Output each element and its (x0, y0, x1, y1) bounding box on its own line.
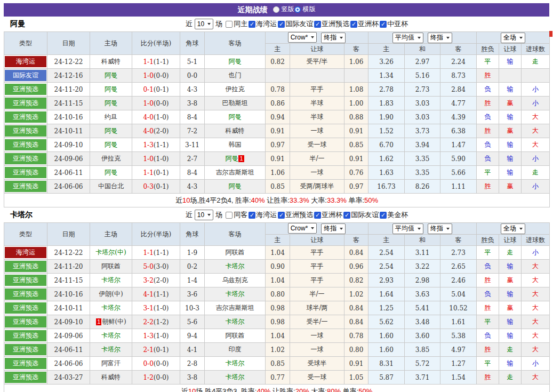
result-wdl-cell-value: 负 (485, 332, 491, 339)
match-row: 亚洲预选24-06-06中国台北0-3(0-1)4-3阿曼0.85受两/两球半0… (4, 180, 550, 194)
corner-cell: 1-9 (180, 246, 205, 260)
odds-home-cell: 0.98 (266, 301, 290, 315)
away-team-name: 阿曼 (229, 113, 242, 121)
result-wdl-cell-value: 胜 (485, 276, 491, 284)
competition-label[interactable]: 亚洲预选 (322, 19, 349, 29)
odds-home-cell: 0.82 (266, 55, 290, 69)
average-stage-select[interactable]: 终指 (428, 223, 452, 234)
layout-radio-horizontal[interactable]: 横版 (294, 5, 316, 14)
score-cell: 1-0(0-0) (132, 97, 180, 110)
avg-home-cell: 1.83 (368, 97, 405, 110)
competition-label[interactable]: 美金杯 (387, 210, 408, 220)
same-venue-checkbox[interactable] (226, 212, 233, 219)
home-team-cell: 卡塔尔 (90, 274, 132, 287)
avg-draw-cell: 3.73 (405, 124, 440, 138)
competition-label[interactable]: 亚洲杯 (322, 210, 342, 220)
competition-checkbox[interactable]: ✓ (314, 212, 321, 219)
layout-radio-group: 竖版横版 (273, 5, 316, 15)
avg-away-cell: 10.52 (440, 301, 477, 315)
scope-select-group: 全场 (477, 32, 550, 44)
average-select[interactable]: 平均值 (392, 33, 423, 43)
competition-label[interactable]: 亚洲预选 (285, 210, 313, 220)
competition-label[interactable]: 海湾运 (256, 210, 277, 220)
competition-cell: 亚洲预选 (4, 315, 47, 329)
competition-label[interactable]: 海湾运 (256, 19, 277, 29)
away-team-name: 乌兹别克 (222, 276, 248, 284)
page: 近期战绩 竖版横版 阿曼近10场同主✓海湾运✓国际友谊✓亚洲预选✓亚洲杯✓中亚杯… (4, 3, 549, 392)
away-team-name: 阿联酋 (226, 249, 245, 256)
result-goals-cell-value: 小 (532, 182, 539, 190)
avg-away-cell: 1.27 (440, 357, 477, 371)
match-row: 亚洲预选24-09-06卡塔尔1-3(1-0)9-4阿联酋1.04一球0.781… (4, 329, 550, 343)
recent-count-select[interactable]: 10 (195, 210, 213, 220)
competition-label[interactable]: 国际友谊 (351, 210, 379, 220)
competition-label[interactable]: 亚洲杯 (358, 19, 379, 29)
result-handicap-cell-value: 输 (507, 332, 514, 339)
sub-column-header: 主 (266, 44, 290, 55)
result-wdl-cell-value: 平 (485, 249, 491, 256)
match-row: 国际友谊24-12-16阿曼1-0(0-0)0-0也门1.345.168.73胜 (4, 69, 550, 83)
scope-select[interactable]: 全场 (501, 223, 525, 234)
avg-draw-cell: 3.03 (405, 110, 440, 124)
match-row: 亚洲预选24-09-10阿曼1-3(1-1)3-11韩国0.97受一球0.856… (4, 138, 550, 152)
same-venue-label[interactable]: 同客 (234, 210, 247, 220)
competition-label[interactable]: 中亚杯 (387, 19, 408, 29)
competition-checkbox[interactable]: ✓ (249, 21, 255, 28)
scroll-mark[interactable] (549, 31, 552, 37)
result-handicap-cell: 输 (499, 138, 522, 152)
corner-cell: 2-7 (180, 152, 205, 166)
home-team-cell: 阿曼 (90, 97, 132, 110)
match-row: 亚洲预选24-11-15卡塔尔3-2(2-0)1-4乌兹别克1.04平手0.82… (4, 274, 550, 287)
competition-checkbox[interactable]: ✓ (380, 212, 387, 219)
avg-away-cell: 5.90 (440, 152, 477, 166)
result-wdl-cell-value: 胜 (485, 182, 491, 190)
corner-cell: 0-0 (180, 69, 205, 83)
avg-draw-cell: 3.22 (405, 260, 440, 274)
home-team-cell: 阿曼 (90, 124, 132, 138)
results-table: 类型日期主场比分(半场)角球客场Crow*终指平均值终指全场主让球客主和客胜负让… (4, 222, 550, 392)
odds-stage-select[interactable]: 终指 (321, 33, 346, 43)
average-select-value: 平均值 (395, 224, 414, 233)
bookmaker-select-arrow-icon (311, 227, 314, 229)
result-handicap-cell-value: 输 (507, 141, 514, 148)
result-handicap-cell: 输 (499, 166, 522, 180)
avg-home-cell: 5.62 (368, 315, 405, 329)
home-team-name: 中国台北 (98, 182, 124, 190)
result-handicap-cell (499, 69, 522, 83)
away-team-cell: 印度 (205, 343, 266, 357)
summary-segment: 33.3% (327, 196, 347, 204)
date-cell: 24-11-15 (47, 97, 90, 110)
competition-checkbox[interactable]: ✓ (380, 21, 387, 28)
avg-draw-cell: 3.03 (405, 97, 440, 110)
scope-select[interactable]: 全场 (501, 33, 525, 43)
odds-stage-select[interactable]: 终指 (321, 223, 346, 234)
score-cell: 1-3(1-1) (132, 138, 180, 152)
match-row: 亚洲预选24-10-16约旦4-0(1-0)8-4阿曼0.94半球0.881.9… (4, 110, 550, 124)
bookmaker-select[interactable]: Crow* (288, 32, 317, 43)
competition-checkbox[interactable]: ✓ (278, 212, 285, 219)
average-select[interactable]: 平均值 (392, 223, 423, 234)
result-goals-cell-value: 大 (532, 276, 539, 284)
competition-label[interactable]: 国际友谊 (285, 19, 313, 29)
score-cell: 4-0(1-0) (132, 110, 180, 124)
layout-radio-vertical[interactable]: 竖版 (273, 5, 294, 14)
result-handicap-cell: 输 (499, 55, 522, 69)
odds-away-cell: 0.91 (344, 357, 368, 371)
average-stage-select[interactable]: 终指 (428, 33, 452, 43)
same-venue-label[interactable]: 同主 (234, 19, 247, 29)
competition-checkbox[interactable]: ✓ (343, 212, 350, 219)
competition-checkbox[interactable]: ✓ (314, 21, 321, 28)
home-team-cell: 约旦 (90, 110, 132, 124)
odds-home-cell: 0.98 (266, 315, 290, 329)
result-handicap-cell-value: 输 (507, 58, 514, 65)
bookmaker-select[interactable]: Crow* (288, 223, 317, 234)
avg-home-cell: 1.63 (368, 166, 405, 180)
recent-count-select[interactable]: 10 (195, 19, 213, 29)
same-venue-checkbox[interactable] (226, 21, 233, 28)
column-header: 比分(半场) (132, 223, 180, 246)
competition-checkbox[interactable]: ✓ (249, 212, 255, 219)
competition-checkbox[interactable]: ✓ (278, 21, 285, 28)
competition-checkbox[interactable]: ✓ (350, 21, 357, 28)
date-cell: 24-06-11 (47, 343, 90, 357)
avg-draw-cell: 3.48 (405, 315, 440, 329)
